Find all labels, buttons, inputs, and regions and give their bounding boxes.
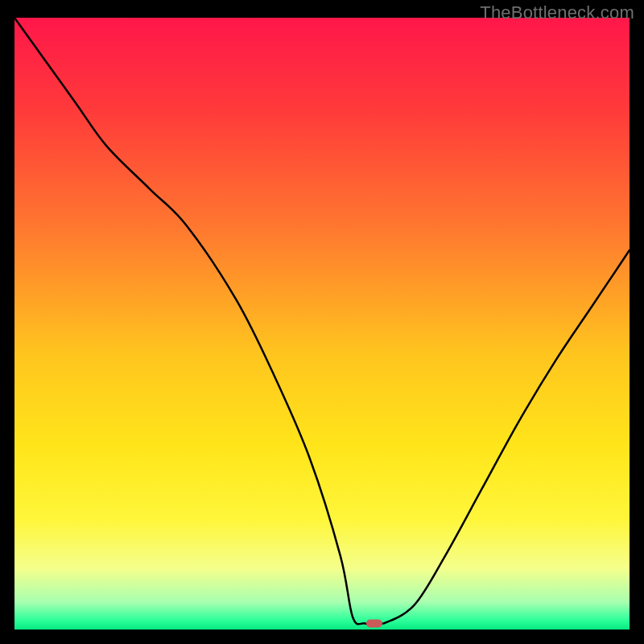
optimum-marker	[366, 619, 382, 627]
plot-area	[14, 18, 630, 630]
attribution-watermark: TheBottleneck.com	[480, 2, 634, 23]
chart-background	[14, 18, 630, 630]
chart-frame: TheBottleneck.com	[0, 0, 644, 644]
chart-svg	[14, 18, 630, 630]
